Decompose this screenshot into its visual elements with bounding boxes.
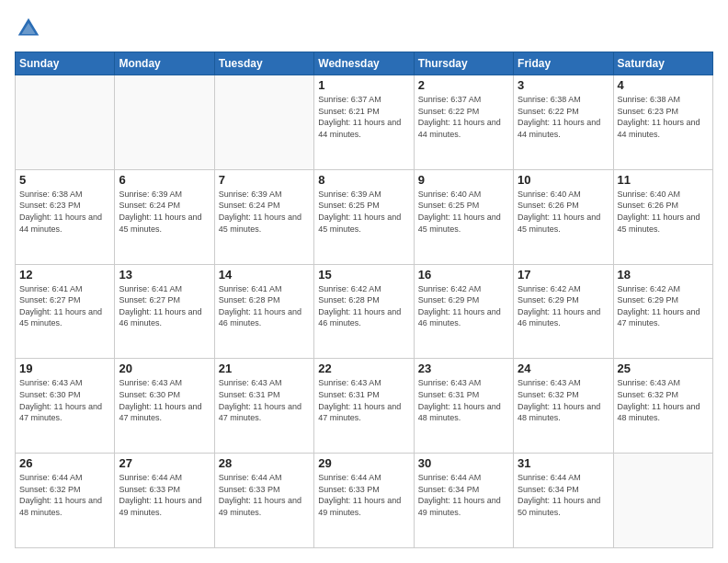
day-number: 9	[418, 173, 509, 187]
day-number: 11	[618, 173, 709, 187]
day-number: 25	[618, 362, 709, 375]
calendar-table: SundayMondayTuesdayWednesdayThursdayFrid…	[15, 52, 713, 548]
day-info: Sunrise: 6:43 AM Sunset: 6:31 PM Dayligh…	[318, 377, 409, 423]
weekday-tuesday: Tuesday	[214, 52, 313, 75]
calendar-cell: 23Sunrise: 6:43 AM Sunset: 6:31 PM Dayli…	[414, 359, 513, 454]
day-info: Sunrise: 6:42 AM Sunset: 6:28 PM Dayligh…	[318, 283, 409, 329]
day-info: Sunrise: 6:37 AM Sunset: 6:22 PM Dayligh…	[418, 94, 509, 140]
day-info: Sunrise: 6:40 AM Sunset: 6:25 PM Dayligh…	[418, 189, 509, 235]
calendar-cell: 16Sunrise: 6:42 AM Sunset: 6:29 PM Dayli…	[414, 264, 513, 359]
day-number: 12	[19, 268, 110, 282]
calendar-cell: 25Sunrise: 6:43 AM Sunset: 6:32 PM Dayli…	[613, 359, 712, 454]
calendar-cell: 30Sunrise: 6:44 AM Sunset: 6:34 PM Dayli…	[414, 454, 513, 548]
calendar-cell: 4Sunrise: 6:38 AM Sunset: 6:23 PM Daylig…	[613, 75, 712, 170]
calendar-cell: 17Sunrise: 6:42 AM Sunset: 6:29 PM Dayli…	[514, 264, 613, 359]
calendar-cell: 28Sunrise: 6:44 AM Sunset: 6:33 PM Dayli…	[214, 454, 313, 548]
day-info: Sunrise: 6:41 AM Sunset: 6:27 PM Dayligh…	[119, 283, 210, 329]
day-number: 10	[518, 173, 609, 187]
calendar-cell: 2Sunrise: 6:37 AM Sunset: 6:22 PM Daylig…	[414, 75, 513, 170]
day-info: Sunrise: 6:38 AM Sunset: 6:23 PM Dayligh…	[618, 94, 709, 140]
day-number: 31	[518, 456, 609, 470]
day-info: Sunrise: 6:44 AM Sunset: 6:33 PM Dayligh…	[318, 472, 409, 518]
day-info: Sunrise: 6:44 AM Sunset: 6:32 PM Dayligh…	[19, 472, 110, 518]
calendar-cell: 22Sunrise: 6:43 AM Sunset: 6:31 PM Dayli…	[314, 359, 414, 454]
calendar-cell: 26Sunrise: 6:44 AM Sunset: 6:32 PM Dayli…	[16, 454, 115, 548]
calendar-cell: 31Sunrise: 6:44 AM Sunset: 6:34 PM Dayli…	[514, 454, 613, 548]
calendar-cell: 10Sunrise: 6:40 AM Sunset: 6:26 PM Dayli…	[514, 169, 613, 264]
page: SundayMondayTuesdayWednesdayThursdayFrid…	[0, 0, 728, 563]
day-number: 1	[318, 78, 409, 92]
day-number: 3	[518, 78, 609, 92]
weekday-friday: Friday	[514, 52, 613, 75]
calendar-cell: 13Sunrise: 6:41 AM Sunset: 6:27 PM Dayli…	[115, 264, 214, 359]
day-number: 2	[418, 78, 509, 92]
calendar-cell	[16, 75, 115, 170]
day-info: Sunrise: 6:38 AM Sunset: 6:22 PM Dayligh…	[518, 94, 609, 140]
day-info: Sunrise: 6:42 AM Sunset: 6:29 PM Dayligh…	[518, 283, 609, 329]
day-info: Sunrise: 6:39 AM Sunset: 6:25 PM Dayligh…	[318, 189, 409, 235]
calendar-cell: 21Sunrise: 6:43 AM Sunset: 6:31 PM Dayli…	[214, 359, 313, 454]
calendar-cell: 19Sunrise: 6:43 AM Sunset: 6:30 PM Dayli…	[16, 359, 115, 454]
day-number: 6	[119, 173, 210, 187]
day-number: 7	[219, 173, 310, 187]
day-number: 28	[219, 456, 310, 470]
day-info: Sunrise: 6:37 AM Sunset: 6:21 PM Dayligh…	[318, 94, 409, 140]
day-info: Sunrise: 6:44 AM Sunset: 6:33 PM Dayligh…	[219, 472, 310, 518]
day-info: Sunrise: 6:41 AM Sunset: 6:28 PM Dayligh…	[219, 283, 310, 329]
day-number: 16	[418, 268, 509, 282]
day-number: 5	[19, 173, 110, 187]
calendar-cell: 14Sunrise: 6:41 AM Sunset: 6:28 PM Dayli…	[214, 264, 313, 359]
day-info: Sunrise: 6:39 AM Sunset: 6:24 PM Dayligh…	[219, 189, 310, 235]
week-row-5: 26Sunrise: 6:44 AM Sunset: 6:32 PM Dayli…	[16, 454, 713, 548]
day-info: Sunrise: 6:43 AM Sunset: 6:30 PM Dayligh…	[119, 377, 210, 423]
day-info: Sunrise: 6:43 AM Sunset: 6:32 PM Dayligh…	[518, 377, 609, 423]
day-number: 21	[219, 362, 310, 375]
day-number: 26	[19, 456, 110, 470]
day-info: Sunrise: 6:40 AM Sunset: 6:26 PM Dayligh…	[618, 189, 709, 235]
day-info: Sunrise: 6:44 AM Sunset: 6:34 PM Dayligh…	[418, 472, 509, 518]
weekday-thursday: Thursday	[414, 52, 513, 75]
day-number: 14	[219, 268, 310, 282]
day-info: Sunrise: 6:41 AM Sunset: 6:27 PM Dayligh…	[19, 283, 110, 329]
day-info: Sunrise: 6:38 AM Sunset: 6:23 PM Dayligh…	[19, 189, 110, 235]
day-number: 27	[119, 456, 210, 470]
day-number: 22	[318, 362, 409, 375]
calendar-cell: 27Sunrise: 6:44 AM Sunset: 6:33 PM Dayli…	[115, 454, 214, 548]
day-number: 4	[618, 78, 709, 92]
day-number: 18	[618, 268, 709, 282]
week-row-3: 12Sunrise: 6:41 AM Sunset: 6:27 PM Dayli…	[16, 264, 713, 359]
calendar-cell: 6Sunrise: 6:39 AM Sunset: 6:24 PM Daylig…	[115, 169, 214, 264]
calendar-cell: 12Sunrise: 6:41 AM Sunset: 6:27 PM Dayli…	[16, 264, 115, 359]
day-info: Sunrise: 6:39 AM Sunset: 6:24 PM Dayligh…	[119, 189, 210, 235]
calendar-cell: 24Sunrise: 6:43 AM Sunset: 6:32 PM Dayli…	[514, 359, 613, 454]
calendar-cell: 29Sunrise: 6:44 AM Sunset: 6:33 PM Dayli…	[314, 454, 414, 548]
calendar-cell: 9Sunrise: 6:40 AM Sunset: 6:25 PM Daylig…	[414, 169, 513, 264]
day-number: 13	[119, 268, 210, 282]
calendar-cell	[214, 75, 313, 170]
day-number: 8	[318, 173, 409, 187]
day-number: 23	[418, 362, 509, 375]
day-number: 15	[318, 268, 409, 282]
header	[15, 15, 713, 42]
calendar-cell: 11Sunrise: 6:40 AM Sunset: 6:26 PM Dayli…	[613, 169, 712, 264]
day-number: 29	[318, 456, 409, 470]
logo	[15, 15, 46, 42]
calendar-cell: 5Sunrise: 6:38 AM Sunset: 6:23 PM Daylig…	[16, 169, 115, 264]
weekday-header-row: SundayMondayTuesdayWednesdayThursdayFrid…	[16, 52, 713, 75]
calendar-cell: 20Sunrise: 6:43 AM Sunset: 6:30 PM Dayli…	[115, 359, 214, 454]
day-info: Sunrise: 6:44 AM Sunset: 6:33 PM Dayligh…	[119, 472, 210, 518]
day-info: Sunrise: 6:42 AM Sunset: 6:29 PM Dayligh…	[618, 283, 709, 329]
weekday-wednesday: Wednesday	[314, 52, 414, 75]
day-info: Sunrise: 6:43 AM Sunset: 6:30 PM Dayligh…	[19, 377, 110, 423]
logo-icon	[15, 15, 42, 42]
calendar-cell: 3Sunrise: 6:38 AM Sunset: 6:22 PM Daylig…	[514, 75, 613, 170]
day-number: 24	[518, 362, 609, 375]
calendar-cell: 8Sunrise: 6:39 AM Sunset: 6:25 PM Daylig…	[314, 169, 414, 264]
day-info: Sunrise: 6:40 AM Sunset: 6:26 PM Dayligh…	[518, 189, 609, 235]
day-number: 17	[518, 268, 609, 282]
day-info: Sunrise: 6:43 AM Sunset: 6:32 PM Dayligh…	[618, 377, 709, 423]
calendar-cell: 7Sunrise: 6:39 AM Sunset: 6:24 PM Daylig…	[214, 169, 313, 264]
day-number: 19	[19, 362, 110, 375]
week-row-1: 1Sunrise: 6:37 AM Sunset: 6:21 PM Daylig…	[16, 75, 713, 170]
week-row-2: 5Sunrise: 6:38 AM Sunset: 6:23 PM Daylig…	[16, 169, 713, 264]
